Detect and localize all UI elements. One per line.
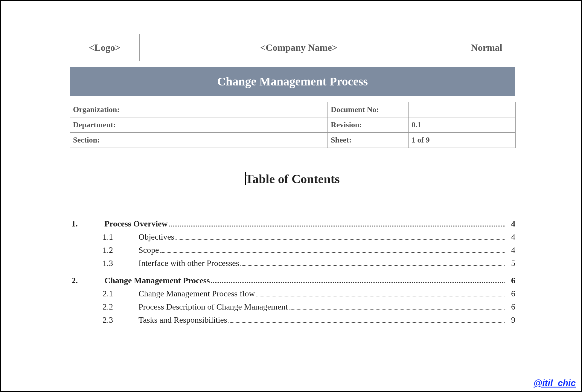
meta-label-department: Department: bbox=[70, 117, 140, 133]
company-name-placeholder: <Company Name> bbox=[140, 34, 458, 61]
meta-value-section bbox=[140, 133, 328, 148]
toc-entry-page: 4 bbox=[506, 219, 515, 229]
toc-entry-page: 5 bbox=[506, 258, 515, 268]
table-of-contents: 1.Process Overview41.1Objectives41.2Scop… bbox=[70, 219, 515, 325]
meta-row: Section: Sheet: 1 of 9 bbox=[70, 133, 516, 148]
toc-leader bbox=[256, 291, 505, 296]
toc-entry-text: Objectives bbox=[138, 232, 174, 242]
document-page: <Logo> <Company Name> Normal Change Mana… bbox=[70, 34, 515, 328]
toc-entry: 2.Change Management Process6 bbox=[70, 276, 515, 285]
toc-title: Table of Contents bbox=[70, 172, 515, 186]
watermark: @itil_chic bbox=[534, 378, 576, 388]
toc-entry-number: 2. bbox=[70, 276, 104, 285]
meta-label-section: Section: bbox=[70, 133, 140, 148]
meta-table: Organization: Document No: Department: R… bbox=[70, 102, 516, 148]
toc-leader bbox=[240, 260, 505, 266]
meta-label-sheet: Sheet: bbox=[328, 133, 409, 148]
logo-placeholder: <Logo> bbox=[70, 34, 140, 61]
toc-title-text: Table of Contents bbox=[245, 172, 340, 186]
meta-row: Organization: Document No: bbox=[70, 102, 516, 117]
doc-type: Normal bbox=[458, 34, 515, 61]
toc-entry-page: 4 bbox=[506, 245, 515, 255]
toc-leader bbox=[160, 247, 505, 253]
toc-entry-text: Tasks and Responsibilities bbox=[138, 315, 227, 325]
meta-value-department bbox=[140, 117, 328, 133]
meta-value-document-no bbox=[409, 102, 516, 117]
meta-label-document-no: Document No: bbox=[328, 102, 409, 117]
meta-value-organization bbox=[140, 102, 328, 117]
toc-entry-text: Process Description of Change Management bbox=[138, 302, 288, 312]
toc-entry-page: 9 bbox=[506, 315, 515, 325]
toc-entry: 1.1Objectives4 bbox=[70, 232, 515, 242]
toc-entry: 1.3Interface with other Processes5 bbox=[70, 258, 515, 268]
meta-label-revision: Revision: bbox=[328, 117, 409, 133]
meta-label-organization: Organization: bbox=[70, 102, 140, 117]
toc-entry-text: Change Management Process flow bbox=[138, 289, 255, 298]
toc-leader bbox=[289, 304, 505, 310]
meta-value-sheet: 1 of 9 bbox=[409, 133, 516, 148]
toc-entry-number: 1. bbox=[70, 219, 104, 229]
toc-leader bbox=[169, 220, 505, 226]
toc-entry: 1.2Scope4 bbox=[70, 245, 515, 255]
toc-entry: 2.2Process Description of Change Managem… bbox=[70, 302, 515, 312]
toc-leader bbox=[228, 317, 505, 323]
meta-value-revision: 0.1 bbox=[409, 117, 516, 133]
toc-entry-number: 2.1 bbox=[103, 289, 138, 298]
toc-entry-number: 1.3 bbox=[103, 258, 138, 268]
toc-leader bbox=[211, 277, 505, 283]
toc-entry-number: 1.2 bbox=[103, 245, 138, 255]
toc-entry-text: Interface with other Processes bbox=[138, 258, 239, 268]
toc-entry-page: 6 bbox=[506, 276, 515, 285]
toc-entry-number: 2.3 bbox=[103, 315, 138, 325]
toc-entry-page: 4 bbox=[506, 232, 515, 242]
toc-entry-text: Process Overview bbox=[104, 219, 168, 229]
toc-entry-page: 6 bbox=[506, 302, 515, 312]
toc-entry-number: 2.2 bbox=[103, 302, 138, 312]
toc-entry-number: 1.1 bbox=[103, 232, 138, 242]
document-frame: <Logo> <Company Name> Normal Change Mana… bbox=[0, 0, 582, 392]
toc-entry: 2.3Tasks and Responsibilities9 bbox=[70, 315, 515, 325]
document-title: Change Management Process bbox=[70, 67, 515, 96]
toc-entry: 1.Process Overview4 bbox=[70, 219, 515, 229]
header-row: <Logo> <Company Name> Normal bbox=[70, 34, 515, 61]
toc-entry: 2.1Change Management Process flow6 bbox=[70, 289, 515, 298]
meta-row: Department: Revision: 0.1 bbox=[70, 117, 516, 133]
toc-entry-page: 6 bbox=[506, 289, 515, 298]
toc-entry-text: Change Management Process bbox=[104, 276, 210, 285]
toc-entry-text: Scope bbox=[138, 245, 159, 255]
toc-leader bbox=[176, 234, 505, 240]
